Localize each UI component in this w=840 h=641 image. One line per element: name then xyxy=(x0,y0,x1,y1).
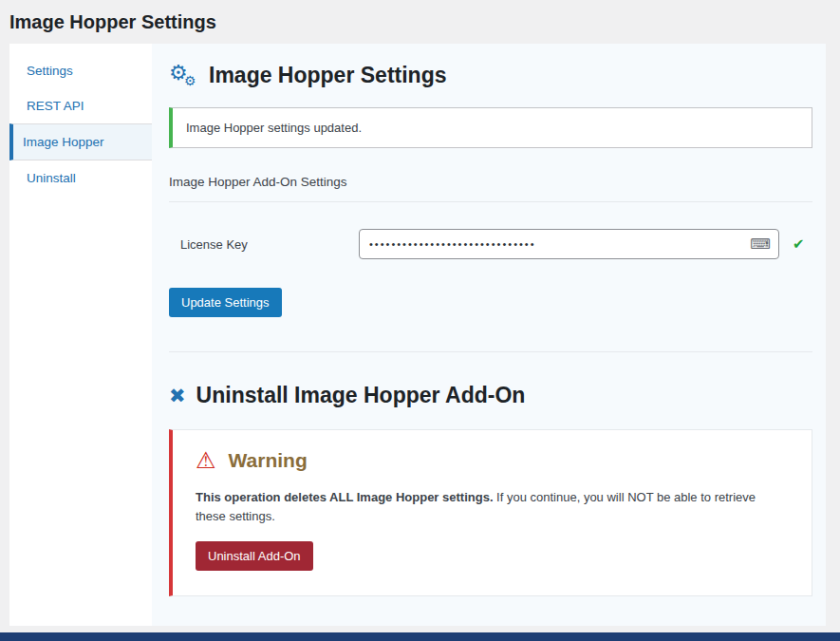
update-settings-button[interactable]: Update Settings xyxy=(169,288,282,317)
license-key-input-wrap: ⌨ xyxy=(359,229,779,259)
gears-icon: ⚙⚙ xyxy=(169,64,201,88)
success-notice-text: Image Hopper settings updated. xyxy=(186,121,362,135)
warning-panel: ⚠ Warning This operation deletes ALL Ima… xyxy=(169,429,812,596)
page-title: Image Hopper Settings xyxy=(9,11,831,33)
warning-title: ⚠ Warning xyxy=(196,449,789,472)
sidebar-item-settings[interactable]: Settings xyxy=(9,53,152,88)
uninstall-addon-button[interactable]: Uninstall Add-On xyxy=(196,541,313,571)
success-notice: Image Hopper settings updated. xyxy=(169,107,812,148)
warning-title-text: Warning xyxy=(229,449,308,472)
settings-layout: Settings REST API Image Hopper Uninstall… xyxy=(9,44,826,626)
license-key-label: License Key xyxy=(169,237,359,252)
uninstall-heading: ✖ Uninstall Image Hopper Add-On xyxy=(169,383,812,408)
x-cross-icon: ✖ xyxy=(169,386,186,405)
valid-check-icon: ✔ xyxy=(793,236,805,253)
sidebar-item-rest-api[interactable]: REST API xyxy=(9,88,152,123)
settings-heading: ⚙⚙ Image Hopper Settings xyxy=(169,63,812,88)
settings-sidebar: Settings REST API Image Hopper Uninstall xyxy=(9,44,152,626)
uninstall-heading-text: Uninstall Image Hopper Add-On xyxy=(196,383,526,408)
warning-triangle-icon: ⚠ xyxy=(196,449,216,472)
license-key-row: License Key ⌨ ✔ xyxy=(169,229,812,259)
page-header: Image Hopper Settings xyxy=(0,0,840,44)
sidebar-item-image-hopper[interactable]: Image Hopper xyxy=(9,123,152,160)
sidebar-item-uninstall[interactable]: Uninstall xyxy=(9,160,152,196)
license-key-input[interactable] xyxy=(359,229,779,259)
settings-heading-text: Image Hopper Settings xyxy=(209,63,446,88)
page: Image Hopper Settings Settings REST API … xyxy=(0,0,840,626)
warning-message: This operation deletes ALL Image Hopper … xyxy=(196,488,789,526)
settings-main-panel: ⚙⚙ Image Hopper Settings Image Hopper se… xyxy=(152,44,826,626)
addon-settings-section-label: Image Hopper Add-On Settings xyxy=(169,175,812,202)
gear-icon-small: ⚙ xyxy=(184,74,196,87)
footer-bar xyxy=(0,632,840,641)
warning-message-bold: This operation deletes ALL Image Hopper … xyxy=(196,490,494,504)
section-divider xyxy=(169,351,812,352)
